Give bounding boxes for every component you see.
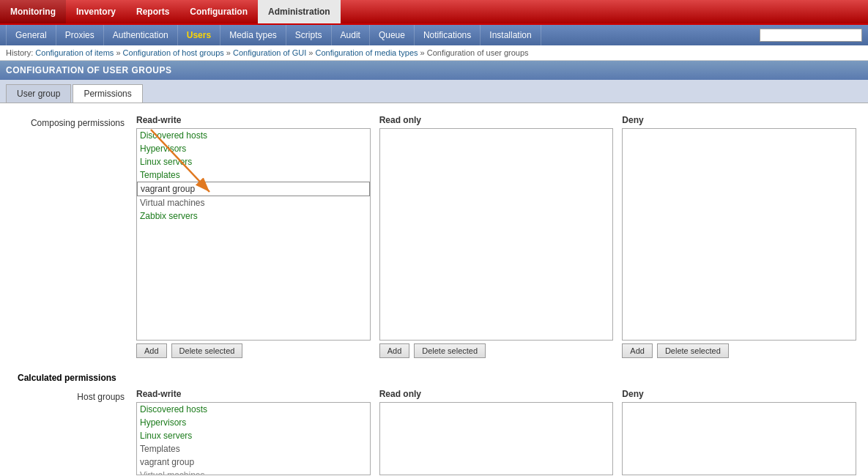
list-item[interactable]: Discovered hosts	[137, 129, 370, 142]
list-item[interactable]: Virtual machines	[137, 196, 370, 209]
subnav-notifications[interactable]: Notifications	[415, 25, 481, 45]
ro-delete-button[interactable]: Delete selected	[414, 343, 486, 358]
section-header: CONFIGURATION OF USER GROUPS	[0, 61, 868, 80]
calc-rw-list[interactable]: Discovered hosts Hypervisors Linux serve…	[136, 402, 371, 475]
breadcrumb-link-3[interactable]: Configuration of GUI	[233, 48, 306, 57]
deny-add-button[interactable]: Add	[622, 343, 653, 358]
breadcrumb-current: Configuration of user groups	[427, 48, 529, 57]
subnav-general[interactable]: General	[6, 25, 56, 45]
rw-delete-button[interactable]: Delete selected	[171, 343, 243, 358]
calc-ro-column: Read only	[379, 389, 614, 475]
list-item[interactable]: Hypervisors	[137, 416, 370, 429]
list-item-vagrant[interactable]: vagrant group	[137, 182, 370, 196]
list-item[interactable]: Hypervisors	[137, 142, 370, 155]
calculated-label: Calculated permissions	[12, 373, 856, 383]
calc-rw-title: Read-write	[136, 389, 371, 399]
rw-btn-row: Add Delete selected	[136, 343, 371, 358]
calc-ro-list[interactable]	[379, 402, 614, 475]
list-item[interactable]: Virtual machines	[137, 469, 370, 475]
subnav-audit[interactable]: Audit	[332, 25, 370, 45]
nav-configuration[interactable]: Configuration	[179, 0, 258, 23]
ro-list[interactable]	[379, 128, 614, 341]
ro-title: Read only	[379, 115, 614, 125]
breadcrumb-link-4[interactable]: Configuration of media types	[316, 48, 418, 57]
nav-monitoring[interactable]: Monitoring	[0, 0, 66, 23]
calc-deny-column: Deny	[622, 389, 856, 475]
main-content: Composing permissions Read-write Discove…	[0, 103, 868, 476]
list-item[interactable]: Discovered hosts	[137, 403, 370, 416]
host-groups-label: Host groups	[12, 389, 136, 475]
rw-title: Read-write	[136, 115, 371, 125]
nav-administration[interactable]: Administration	[258, 0, 341, 23]
subnav-installation[interactable]: Installation	[481, 25, 541, 45]
breadcrumb-history-label: History:	[6, 48, 33, 57]
search-input[interactable]	[760, 29, 862, 42]
composing-permissions-section: Composing permissions Read-write Discove…	[12, 115, 856, 358]
deny-delete-button[interactable]: Delete selected	[657, 343, 729, 358]
tab-user-group[interactable]: User group	[6, 84, 71, 103]
subnav-queue[interactable]: Queue	[370, 25, 415, 45]
calculated-permissions-row: Host groups Read-write Discovered hosts …	[12, 389, 856, 475]
nav-reports[interactable]: Reports	[126, 0, 179, 23]
calc-deny-title: Deny	[622, 389, 856, 399]
list-item[interactable]: Linux servers	[137, 155, 370, 168]
subnav-scripts[interactable]: Scripts	[286, 25, 332, 45]
list-item[interactable]: Templates	[137, 168, 370, 182]
composing-permissions-label: Composing permissions	[12, 115, 136, 358]
deny-list[interactable]	[622, 128, 856, 341]
list-item[interactable]: Zabbix servers	[137, 209, 370, 223]
composing-permissions-columns: Read-write Discovered hosts Hypervisors …	[136, 115, 856, 358]
list-item[interactable]: vagrant group	[137, 455, 370, 469]
breadcrumb: History: Configuration of items » Config…	[0, 45, 868, 61]
calc-rw-column: Read-write Discovered hosts Hypervisors …	[136, 389, 371, 475]
rw-column: Read-write Discovered hosts Hypervisors …	[136, 115, 371, 358]
ro-btn-row: Add Delete selected	[379, 343, 614, 358]
tab-permissions[interactable]: Permissions	[73, 84, 142, 103]
ro-add-button[interactable]: Add	[379, 343, 410, 358]
subnav-media-types[interactable]: Media types	[220, 25, 286, 45]
breadcrumb-link-1[interactable]: Configuration of items	[35, 48, 114, 57]
calculated-permissions-section: Calculated permissions Host groups Read-…	[12, 373, 856, 475]
search-area	[760, 25, 868, 45]
list-item[interactable]: Linux servers	[137, 429, 370, 442]
calc-ro-title: Read only	[379, 389, 614, 399]
deny-btn-row: Add Delete selected	[622, 343, 856, 358]
subnav-proxies[interactable]: Proxies	[56, 25, 104, 45]
calc-columns: Read-write Discovered hosts Hypervisors …	[136, 389, 856, 475]
ro-column: Read only Add Delete selected	[379, 115, 614, 358]
list-item[interactable]: Templates	[137, 442, 370, 455]
deny-column: Deny Add Delete selected	[622, 115, 856, 358]
breadcrumb-link-2[interactable]: Configuration of host groups	[123, 48, 224, 57]
calc-deny-list[interactable]	[622, 402, 856, 475]
second-navigation: General Proxies Authentication Users Med…	[0, 25, 868, 45]
subnav-users[interactable]: Users	[178, 25, 220, 45]
tabs-container: User group Permissions	[0, 80, 868, 103]
deny-title: Deny	[622, 115, 856, 125]
rw-add-button[interactable]: Add	[136, 343, 167, 358]
subnav-authentication[interactable]: Authentication	[104, 25, 178, 45]
top-navigation: Monitoring Inventory Reports Configurati…	[0, 0, 868, 25]
rw-list[interactable]: Discovered hosts Hypervisors Linux serve…	[136, 128, 371, 341]
nav-inventory[interactable]: Inventory	[66, 0, 126, 23]
